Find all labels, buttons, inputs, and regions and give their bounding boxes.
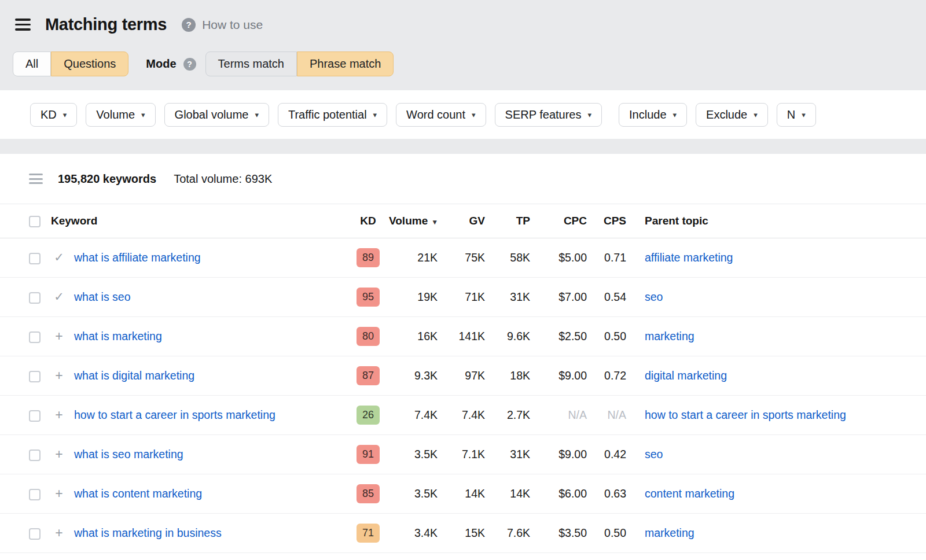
table-row: + what is marketing in business 71 3.4K … xyxy=(0,514,926,553)
parent-topic-link[interactable]: marketing xyxy=(645,526,694,539)
column-header-keyword[interactable]: Keyword xyxy=(44,215,347,227)
chevron-down-icon: ▾ xyxy=(63,110,67,119)
row-checkbox[interactable] xyxy=(29,331,41,343)
tab-all[interactable]: All xyxy=(13,51,51,76)
add-keyword-icon[interactable]: + xyxy=(55,486,63,501)
filter-volume[interactable]: Volume ▾ xyxy=(86,103,155,127)
table-body: ✓ what is affiliate marketing 89 21K 75K… xyxy=(0,238,926,553)
filter-kd[interactable]: KD ▾ xyxy=(30,103,77,127)
sidebar-toggle-icon[interactable] xyxy=(15,19,31,31)
keyword-link[interactable]: what is affiliate marketing xyxy=(74,251,201,264)
filter-traffic-potential[interactable]: Traffic potential ▾ xyxy=(278,103,387,127)
parent-topic-link[interactable]: seo xyxy=(645,290,663,303)
volume-value: 3.4K xyxy=(389,526,442,540)
add-keyword-icon[interactable]: + xyxy=(55,447,63,462)
table-header-row: Keyword KD Volume▼ GV TP CPC CPS Parent … xyxy=(0,204,926,238)
added-check-icon[interactable]: ✓ xyxy=(54,250,64,264)
kd-badge: 91 xyxy=(357,445,380,464)
scope-tabs: All Questions xyxy=(13,51,128,76)
row-checkbox[interactable] xyxy=(29,450,41,461)
filter-exclude[interactable]: Exclude ▾ xyxy=(696,103,768,127)
keyword-link[interactable]: how to start a career in sports marketin… xyxy=(74,408,275,421)
row-checkbox[interactable] xyxy=(29,489,41,500)
tp-value: 31K xyxy=(490,290,535,304)
add-keyword-icon[interactable]: + xyxy=(55,407,63,422)
mode-label: Mode xyxy=(146,57,176,71)
chevron-down-icon: ▾ xyxy=(472,110,476,119)
filter-word-count[interactable]: Word count ▾ xyxy=(396,103,486,127)
cpc-value: N/A xyxy=(535,408,593,422)
row-checkbox[interactable] xyxy=(29,371,41,382)
parent-topic-link[interactable]: affiliate marketing xyxy=(645,251,733,264)
chevron-down-icon: ▾ xyxy=(754,110,758,119)
chevron-down-icon: ▾ xyxy=(802,110,806,119)
filter-bar: KD ▾ Volume ▾ Global volume ▾ Traffic po… xyxy=(0,90,926,139)
row-checkbox[interactable] xyxy=(29,410,41,422)
how-to-use-link[interactable]: ? How to use xyxy=(182,18,263,32)
volume-value: 16K xyxy=(389,330,442,343)
add-keyword-icon[interactable]: + xyxy=(55,368,63,383)
table-row: + how to start a career in sports market… xyxy=(0,396,926,435)
filter-label: N xyxy=(787,108,795,121)
results-summary: 195,820 keywords Total volume: 693K xyxy=(0,154,926,204)
row-checkbox[interactable] xyxy=(29,292,41,304)
keyword-link[interactable]: what is content marketing xyxy=(74,487,202,500)
filter-serp-features[interactable]: SERP features ▾ xyxy=(495,103,602,127)
parent-topic-link[interactable]: seo xyxy=(645,448,663,460)
row-checkbox[interactable] xyxy=(29,528,41,540)
filter-global-volume[interactable]: Global volume ▾ xyxy=(164,103,269,127)
tp-value: 2.7K xyxy=(490,408,535,422)
parent-topic-link[interactable]: marketing xyxy=(645,330,694,342)
mode-help-icon[interactable]: ? xyxy=(183,58,196,71)
total-volume: Total volume: 693K xyxy=(174,172,272,186)
column-header-gv[interactable]: GV xyxy=(442,215,490,227)
top-bar: Matching terms ? How to use xyxy=(0,0,926,34)
tab-terms-match[interactable]: Terms match xyxy=(205,51,297,76)
kd-badge: 26 xyxy=(357,406,380,425)
kd-badge: 95 xyxy=(357,288,380,307)
gv-value: 15K xyxy=(442,526,490,540)
tab-questions[interactable]: Questions xyxy=(51,51,128,76)
parent-topic-link[interactable]: content marketing xyxy=(645,487,734,500)
row-checkbox[interactable] xyxy=(29,253,41,264)
gv-value: 7.1K xyxy=(442,448,490,461)
filter-label: SERP features xyxy=(505,108,582,121)
table-row: + what is digital marketing 87 9.3K 97K … xyxy=(0,356,926,396)
added-check-icon[interactable]: ✓ xyxy=(54,290,64,303)
chevron-down-icon: ▾ xyxy=(673,110,677,119)
keyword-link[interactable]: what is marketing in business xyxy=(74,526,222,539)
chevron-down-icon: ▾ xyxy=(141,110,145,119)
column-header-volume[interactable]: Volume▼ xyxy=(389,215,442,227)
column-header-cps[interactable]: CPS xyxy=(593,215,632,227)
keyword-link[interactable]: what is marketing xyxy=(74,330,162,342)
filter-include[interactable]: Include ▾ xyxy=(619,103,687,127)
kd-badge: 80 xyxy=(357,327,380,346)
parent-topic-link[interactable]: digital marketing xyxy=(645,369,727,382)
filter-label: Word count xyxy=(406,108,465,121)
cpc-value: $6.00 xyxy=(535,487,593,500)
keyword-link[interactable]: what is seo xyxy=(74,290,131,303)
volume-value: 3.5K xyxy=(389,448,442,461)
cpc-value: $9.00 xyxy=(535,369,593,382)
tp-value: 58K xyxy=(490,251,535,264)
add-keyword-icon[interactable]: + xyxy=(55,329,63,344)
column-header-tp[interactable]: TP xyxy=(490,215,535,227)
kd-badge: 71 xyxy=(357,524,380,543)
column-header-parent-topic[interactable]: Parent topic xyxy=(632,215,926,227)
list-options-icon[interactable] xyxy=(29,174,43,184)
keyword-link[interactable]: what is digital marketing xyxy=(74,369,194,382)
parent-topic-link[interactable]: how to start a career in sports marketin… xyxy=(645,408,846,421)
volume-value: 21K xyxy=(389,251,442,264)
add-keyword-icon[interactable]: + xyxy=(55,525,63,540)
keyword-link[interactable]: what is seo marketing xyxy=(74,448,183,460)
tp-value: 9.6K xyxy=(490,330,535,343)
volume-header-label: Volume xyxy=(389,215,428,227)
cps-value: 0.72 xyxy=(593,369,632,382)
cpc-value: $2.50 xyxy=(535,330,593,343)
select-all-checkbox[interactable] xyxy=(29,216,41,227)
column-header-kd[interactable]: KD xyxy=(347,215,389,227)
filter-label: Volume xyxy=(96,108,135,121)
filter-n[interactable]: N ▾ xyxy=(777,103,816,127)
tab-phrase-match[interactable]: Phrase match xyxy=(297,51,394,76)
column-header-cpc[interactable]: CPC xyxy=(535,215,593,227)
